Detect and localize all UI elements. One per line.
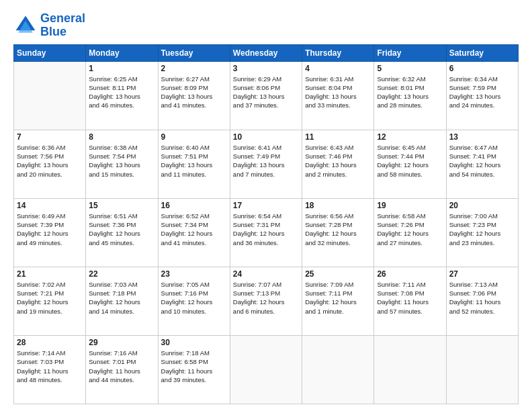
calendar-cell: 15Sunrise: 6:51 AM Sunset: 7:36 PM Dayli… xyxy=(86,198,158,267)
calendar-cell: 30Sunrise: 7:18 AM Sunset: 6:58 PM Dayli… xyxy=(158,335,230,404)
calendar: SundayMondayTuesdayWednesdayThursdayFrid… xyxy=(13,44,519,404)
calendar-cell: 17Sunrise: 6:54 AM Sunset: 7:31 PM Dayli… xyxy=(230,198,302,267)
cell-info: Sunrise: 6:32 AM Sunset: 8:01 PM Dayligh… xyxy=(377,75,443,110)
cell-info: Sunrise: 7:05 AM Sunset: 7:16 PM Dayligh… xyxy=(161,280,227,316)
day-number: 11 xyxy=(305,132,371,142)
day-number: 22 xyxy=(89,269,154,279)
cell-info: Sunrise: 7:02 AM Sunset: 7:21 PM Dayligh… xyxy=(17,280,83,316)
cell-info: Sunrise: 6:34 AM Sunset: 7:59 PM Dayligh… xyxy=(449,75,515,110)
cell-info: Sunrise: 7:00 AM Sunset: 7:23 PM Dayligh… xyxy=(449,212,515,247)
calendar-cell: 10Sunrise: 6:41 AM Sunset: 7:49 PM Dayli… xyxy=(230,130,302,198)
day-number: 14 xyxy=(17,201,83,210)
cell-info: Sunrise: 6:25 AM Sunset: 8:11 PM Dayligh… xyxy=(89,75,154,110)
cell-info: Sunrise: 6:40 AM Sunset: 7:51 PM Dayligh… xyxy=(161,143,227,179)
calendar-header-row: SundayMondayTuesdayWednesdayThursdayFrid… xyxy=(14,44,519,61)
calendar-cell: 23Sunrise: 7:05 AM Sunset: 7:16 PM Dayli… xyxy=(158,267,230,335)
calendar-cell xyxy=(14,61,86,130)
calendar-cell: 2Sunrise: 6:27 AM Sunset: 8:09 PM Daylig… xyxy=(158,61,230,130)
day-number: 27 xyxy=(449,269,515,279)
logo-text: General Blue xyxy=(40,12,85,39)
day-number: 30 xyxy=(161,338,227,347)
cell-info: Sunrise: 7:11 AM Sunset: 7:08 PM Dayligh… xyxy=(377,280,443,316)
calendar-cell: 24Sunrise: 7:07 AM Sunset: 7:13 PM Dayli… xyxy=(230,267,302,335)
day-number: 5 xyxy=(377,64,443,73)
calendar-cell: 22Sunrise: 7:03 AM Sunset: 7:18 PM Dayli… xyxy=(86,267,158,335)
calendar-cell: 16Sunrise: 6:52 AM Sunset: 7:34 PM Dayli… xyxy=(158,198,230,267)
calendar-cell: 19Sunrise: 6:58 AM Sunset: 7:26 PM Dayli… xyxy=(374,198,446,267)
cell-info: Sunrise: 6:29 AM Sunset: 8:06 PM Dayligh… xyxy=(233,75,299,110)
cell-info: Sunrise: 6:38 AM Sunset: 7:54 PM Dayligh… xyxy=(89,143,154,179)
day-number: 13 xyxy=(449,132,515,142)
day-number: 2 xyxy=(161,64,227,73)
cell-info: Sunrise: 6:54 AM Sunset: 7:31 PM Dayligh… xyxy=(233,212,299,247)
calendar-cell: 25Sunrise: 7:09 AM Sunset: 7:11 PM Dayli… xyxy=(302,267,374,335)
calendar-week-5: 28Sunrise: 7:14 AM Sunset: 7:03 PM Dayli… xyxy=(14,335,519,404)
general-blue-icon xyxy=(13,13,38,38)
day-header-friday: Friday xyxy=(374,44,446,61)
cell-info: Sunrise: 7:09 AM Sunset: 7:11 PM Dayligh… xyxy=(305,280,371,316)
calendar-cell: 11Sunrise: 6:43 AM Sunset: 7:46 PM Dayli… xyxy=(302,130,374,198)
day-header-saturday: Saturday xyxy=(446,44,518,61)
cell-info: Sunrise: 6:45 AM Sunset: 7:44 PM Dayligh… xyxy=(377,143,443,179)
cell-info: Sunrise: 6:51 AM Sunset: 7:36 PM Dayligh… xyxy=(89,212,154,247)
day-number: 21 xyxy=(17,269,83,279)
cell-info: Sunrise: 6:47 AM Sunset: 7:41 PM Dayligh… xyxy=(449,143,515,179)
day-number: 19 xyxy=(377,201,443,210)
calendar-cell: 4Sunrise: 6:31 AM Sunset: 8:04 PM Daylig… xyxy=(302,61,374,130)
calendar-cell: 13Sunrise: 6:47 AM Sunset: 7:41 PM Dayli… xyxy=(446,130,518,198)
day-number: 28 xyxy=(17,338,83,347)
day-number: 8 xyxy=(89,132,154,142)
day-number: 25 xyxy=(305,269,371,279)
calendar-cell xyxy=(302,335,374,404)
calendar-cell: 5Sunrise: 6:32 AM Sunset: 8:01 PM Daylig… xyxy=(374,61,446,130)
logo: General Blue xyxy=(13,12,85,39)
calendar-cell xyxy=(374,335,446,404)
cell-info: Sunrise: 7:14 AM Sunset: 7:03 PM Dayligh… xyxy=(17,349,83,384)
calendar-cell: 26Sunrise: 7:11 AM Sunset: 7:08 PM Dayli… xyxy=(374,267,446,335)
day-header-tuesday: Tuesday xyxy=(158,44,230,61)
calendar-cell: 12Sunrise: 6:45 AM Sunset: 7:44 PM Dayli… xyxy=(374,130,446,198)
day-number: 16 xyxy=(161,201,227,210)
day-number: 9 xyxy=(161,132,227,142)
day-number: 6 xyxy=(449,64,515,73)
day-number: 12 xyxy=(377,132,443,142)
calendar-cell: 27Sunrise: 7:13 AM Sunset: 7:06 PM Dayli… xyxy=(446,267,518,335)
day-number: 26 xyxy=(377,269,443,279)
calendar-cell: 9Sunrise: 6:40 AM Sunset: 7:51 PM Daylig… xyxy=(158,130,230,198)
calendar-cell: 28Sunrise: 7:14 AM Sunset: 7:03 PM Dayli… xyxy=(14,335,86,404)
cell-info: Sunrise: 6:27 AM Sunset: 8:09 PM Dayligh… xyxy=(161,75,227,110)
calendar-cell: 14Sunrise: 6:49 AM Sunset: 7:39 PM Dayli… xyxy=(14,198,86,267)
day-number: 10 xyxy=(233,132,299,142)
day-number: 18 xyxy=(305,201,371,210)
calendar-week-1: 1Sunrise: 6:25 AM Sunset: 8:11 PM Daylig… xyxy=(14,61,519,130)
calendar-week-3: 14Sunrise: 6:49 AM Sunset: 7:39 PM Dayli… xyxy=(14,198,519,267)
calendar-cell xyxy=(230,335,302,404)
calendar-week-2: 7Sunrise: 6:36 AM Sunset: 7:56 PM Daylig… xyxy=(14,130,519,198)
calendar-body: 1Sunrise: 6:25 AM Sunset: 8:11 PM Daylig… xyxy=(14,61,519,404)
calendar-cell: 1Sunrise: 6:25 AM Sunset: 8:11 PM Daylig… xyxy=(86,61,158,130)
cell-info: Sunrise: 6:31 AM Sunset: 8:04 PM Dayligh… xyxy=(305,75,371,110)
calendar-cell xyxy=(446,335,518,404)
day-header-sunday: Sunday xyxy=(14,44,86,61)
cell-info: Sunrise: 6:52 AM Sunset: 7:34 PM Dayligh… xyxy=(161,212,227,247)
calendar-cell: 3Sunrise: 6:29 AM Sunset: 8:06 PM Daylig… xyxy=(230,61,302,130)
day-number: 17 xyxy=(233,201,299,210)
day-number: 20 xyxy=(449,201,515,210)
cell-info: Sunrise: 7:03 AM Sunset: 7:18 PM Dayligh… xyxy=(89,280,154,316)
day-number: 7 xyxy=(17,132,83,142)
calendar-cell: 21Sunrise: 7:02 AM Sunset: 7:21 PM Dayli… xyxy=(14,267,86,335)
cell-info: Sunrise: 6:43 AM Sunset: 7:46 PM Dayligh… xyxy=(305,143,371,179)
calendar-cell: 20Sunrise: 7:00 AM Sunset: 7:23 PM Dayli… xyxy=(446,198,518,267)
day-header-wednesday: Wednesday xyxy=(230,44,302,61)
day-header-thursday: Thursday xyxy=(302,44,374,61)
calendar-cell: 18Sunrise: 6:56 AM Sunset: 7:28 PM Dayli… xyxy=(302,198,374,267)
day-number: 24 xyxy=(233,269,299,279)
cell-info: Sunrise: 6:41 AM Sunset: 7:49 PM Dayligh… xyxy=(233,143,299,179)
cell-info: Sunrise: 6:36 AM Sunset: 7:56 PM Dayligh… xyxy=(17,143,83,179)
calendar-cell: 7Sunrise: 6:36 AM Sunset: 7:56 PM Daylig… xyxy=(14,130,86,198)
day-number: 3 xyxy=(233,64,299,73)
cell-info: Sunrise: 7:16 AM Sunset: 7:01 PM Dayligh… xyxy=(89,349,154,384)
day-number: 1 xyxy=(89,64,154,73)
day-header-monday: Monday xyxy=(86,44,158,61)
calendar-week-4: 21Sunrise: 7:02 AM Sunset: 7:21 PM Dayli… xyxy=(14,267,519,335)
